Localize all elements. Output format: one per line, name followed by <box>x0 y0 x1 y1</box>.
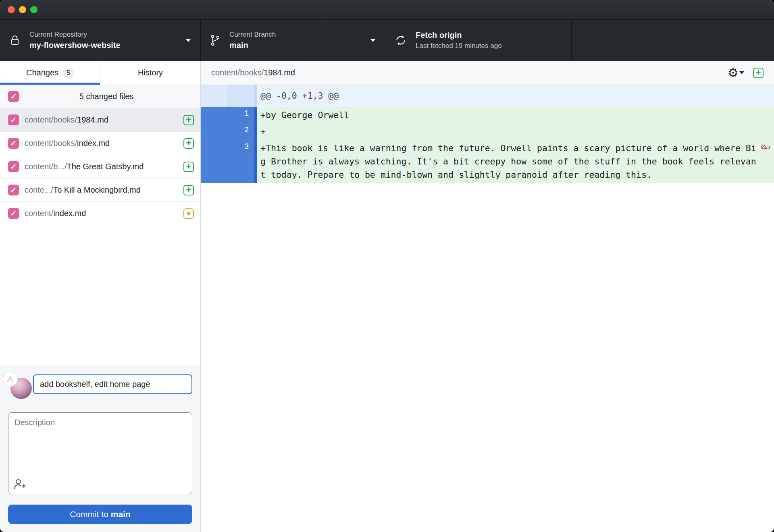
fetch-origin-button[interactable]: Fetch origin Last fetched 19 minutes ago <box>385 20 572 61</box>
file-status-icon <box>183 115 194 125</box>
changed-files-count: 5 changed files <box>19 92 194 101</box>
diff-hunk-header[interactable]: @@ -0,0 +1,3 @@ <box>201 85 774 107</box>
file-row[interactable]: ✓ content/books/1984.md <box>0 108 200 132</box>
no-newline-icon: ⊘↵ <box>756 141 770 152</box>
current-branch-button[interactable]: Current Branch main <box>201 20 385 61</box>
commit-button-label: Commit to <box>70 509 108 519</box>
old-line-gutter <box>201 107 227 123</box>
diff-view: @@ -0,0 +1,3 @@ 1 +by George Orwell 2 + … <box>201 85 774 532</box>
diff-file-path: content/books/1984.md <box>211 68 728 77</box>
warning-triangle-icon: ⚠ <box>7 375 14 383</box>
changed-files-list: ✓ 5 changed files ✓ content/books/1984.m… <box>0 85 200 366</box>
commit-button[interactable]: Commit to main <box>8 505 192 524</box>
file-row[interactable]: ✓ content/books/index.md <box>0 132 200 155</box>
commit-warning-badge[interactable]: ⚠ <box>3 372 18 387</box>
diff-line-text: + <box>260 125 756 138</box>
file-checkbox[interactable]: ✓ <box>8 185 19 195</box>
tab-history[interactable]: History <box>100 61 200 85</box>
added-line-marker <box>254 107 257 123</box>
changes-count-badge: 5 <box>63 68 74 78</box>
file-name: content/b.../The Great Gatsby.md <box>25 162 183 171</box>
select-all-checkbox[interactable]: ✓ <box>8 91 19 102</box>
expand-diff-button[interactable] <box>753 68 764 78</box>
added-line-marker <box>254 123 257 140</box>
new-line-number: 1 <box>227 107 254 123</box>
changed-files-header: ✓ 5 changed files <box>0 85 200 108</box>
diff-line-text: +This book is like a warning from the fu… <box>260 141 756 181</box>
file-row[interactable]: ✓ conte.../To Kill a Mockingbird.md <box>0 179 200 202</box>
minimize-button[interactable] <box>19 6 26 13</box>
file-name: content/books/index.md <box>25 139 183 148</box>
branch-name: main <box>229 40 276 50</box>
added-line-marker <box>254 140 257 183</box>
diff-line[interactable]: 3 +This book is like a warning from the … <box>201 140 774 183</box>
commit-summary-input[interactable] <box>33 374 192 394</box>
titlebar <box>0 0 774 20</box>
lock-icon <box>10 34 20 46</box>
file-status-icon <box>183 162 194 172</box>
traffic-lights <box>8 6 37 13</box>
commit-button-branch: main <box>111 509 131 519</box>
fetch-subtitle: Last fetched 19 minutes ago <box>416 42 502 50</box>
app-window: Current Repository my-flowershow-website… <box>0 0 774 532</box>
zoom-button[interactable] <box>30 6 37 13</box>
file-status-icon <box>183 185 194 195</box>
gear-icon: ⚙ <box>728 67 739 79</box>
repository-label: Current Repository <box>29 30 121 39</box>
file-name: content/index.md <box>25 209 183 218</box>
old-line-gutter <box>201 123 227 140</box>
diff-line[interactable]: 2 + <box>201 123 774 140</box>
file-row[interactable]: ✓ content/b.../The Great Gatsby.md <box>0 155 200 179</box>
commit-description-box <box>8 412 192 494</box>
file-name: conte.../To Kill a Mockingbird.md <box>25 185 183 195</box>
diff-panel: content/books/1984.md ⚙ @@ -0,0 +1,3 @@ <box>201 61 774 532</box>
toolbar: Current Repository my-flowershow-website… <box>0 20 774 61</box>
git-branch-icon <box>210 34 220 47</box>
fetch-title: Fetch origin <box>416 30 502 40</box>
sidebar: Changes 5 History ✓ 5 changed files ✓ co… <box>0 61 201 532</box>
sidebar-tabs: Changes 5 History <box>0 61 200 85</box>
file-checkbox[interactable]: ✓ <box>8 114 19 125</box>
diff-line[interactable]: 1 +by George Orwell <box>201 107 774 123</box>
hunk-header-text: @@ -0,0 +1,3 @@ <box>257 85 339 107</box>
branch-label: Current Branch <box>229 30 276 39</box>
file-name: content/books/1984.md <box>25 115 183 125</box>
diff-file-header: content/books/1984.md ⚙ <box>201 61 774 85</box>
file-row[interactable]: ✓ content/index.md <box>0 202 200 225</box>
file-checkbox[interactable]: ✓ <box>8 161 19 172</box>
file-status-icon <box>183 208 194 219</box>
new-line-number: 2 <box>227 123 254 140</box>
tab-history-label: History <box>138 68 163 77</box>
diff-options-button[interactable]: ⚙ <box>728 67 747 79</box>
diff-line-text: +by George Orwell <box>260 108 756 122</box>
file-checkbox[interactable]: ✓ <box>8 138 19 149</box>
file-status-icon <box>183 138 194 149</box>
current-repository-button[interactable]: Current Repository my-flowershow-website <box>0 20 201 61</box>
chevron-down-icon <box>185 39 191 42</box>
add-coauthor-button[interactable] <box>14 478 27 490</box>
tab-changes[interactable]: Changes 5 <box>0 61 100 85</box>
close-button[interactable] <box>8 6 15 13</box>
repository-name: my-flowershow-website <box>29 40 121 50</box>
sync-icon <box>395 35 406 46</box>
chevron-down-icon <box>739 71 744 74</box>
tab-changes-label: Changes <box>26 68 58 77</box>
file-checkbox[interactable]: ✓ <box>8 208 19 219</box>
new-line-number: 3 <box>227 140 254 183</box>
person-add-icon <box>14 478 27 490</box>
commit-form: ⚠ <box>0 366 200 532</box>
commit-description-input[interactable] <box>8 413 192 477</box>
old-line-gutter <box>201 140 227 183</box>
chevron-down-icon <box>370 39 376 42</box>
